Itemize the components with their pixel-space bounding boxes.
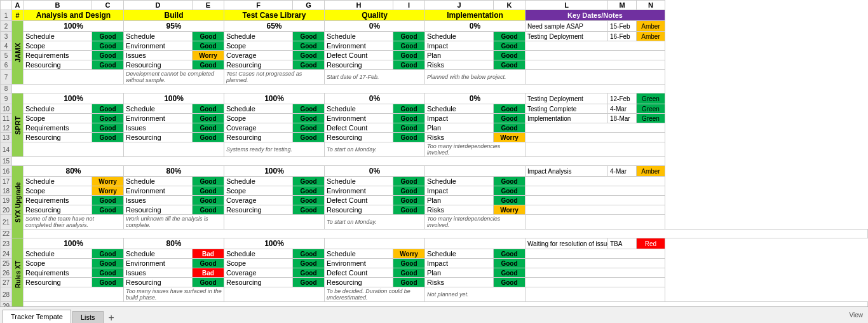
rules-test-scope-label: Scope [224, 259, 293, 268]
jamx-test-note: Test Cases not progressed as planned. [224, 70, 325, 85]
syx-test-resourcing-status: Good [293, 205, 325, 215]
sprt-build-env-status: Good [193, 114, 224, 123]
syx-build-issues-label: Issues [124, 196, 193, 205]
jamx-build-resourcing-label: Resourcing [124, 60, 193, 70]
sprt-impl-schedule-label: Schedule [425, 104, 494, 114]
syx-build-schedule-label: Schedule [124, 177, 193, 186]
jamx-analysis-pct: 100% [24, 21, 124, 32]
sprt-quality-env-label: Environment [325, 114, 393, 123]
row-25-rules: 25 Scope Good Environment Good Scope Goo… [1, 259, 868, 268]
sprt-build-resourcing-status: Good [193, 133, 224, 142]
jamx-test-scope-label: Scope [224, 41, 293, 51]
syx-analysis-scope-status: Worry [92, 186, 124, 196]
jamx-test-coverage-label: Coverage [224, 51, 293, 60]
syx-impl-schedule-label: Schedule [425, 177, 494, 186]
hash-cell: # [12, 10, 24, 21]
syx-impl-risks-status: Worry [494, 205, 526, 215]
tab-tracker-tempate[interactable]: Tracker Tempate [3, 310, 71, 324]
sprt-key2: Testing Complete [526, 104, 608, 114]
syx-test-coverage-status: Good [293, 196, 325, 205]
syx-test-schedule-label: Schedule [224, 177, 293, 186]
spreadsheet-container: A B C D E F G H I J K L M N [0, 0, 868, 323]
sprt-analysis-schedule-status: Good [92, 104, 124, 114]
rules-impl-risks-status: Good [494, 278, 526, 287]
syx-empty2 [526, 186, 665, 196]
row-14-sprt-notes: 14 Systems ready for testing. To start o… [1, 142, 868, 157]
rownum-27: 27 [1, 278, 12, 287]
tab-add-button[interactable]: + [105, 312, 118, 324]
sprt-status3: Green [637, 114, 665, 123]
rules-test-scope-status: Good [293, 259, 325, 268]
sprt-impl-risks-label: Risks [425, 133, 494, 142]
jamx-impl-risks-status: Good [494, 60, 526, 70]
rownum-13: 13 [1, 133, 12, 142]
rownum-3: 3 [1, 32, 12, 41]
syx-quality-defect-label: Defect Count [325, 196, 393, 205]
jamx-quality-pct: 0% [325, 21, 425, 32]
sprt-status2: Green [637, 104, 665, 114]
tab-lists[interactable]: Lists [72, 311, 104, 324]
syx-impl-plan-label: Plan [425, 196, 494, 205]
syx-quality-resourcing-status: Good [393, 205, 425, 215]
row-17-syx: 17 Schedule Worry Schedule Good Schedule… [1, 177, 868, 186]
syx-status1: Amber [637, 166, 665, 177]
syx-impl-impact-label: Impact [425, 186, 494, 196]
rules-test-resourcing-status: Good [293, 278, 325, 287]
syx-build-issues-status: Good [193, 196, 224, 205]
col-d-header: D [124, 1, 193, 10]
rules-analysis-resourcing-status: Good [92, 278, 124, 287]
jamx-impl-note: Planned with the below project. [425, 70, 526, 85]
rules-test-schedule-status: Good [293, 249, 325, 259]
sprt-analysis-scope-label: Scope [24, 114, 92, 123]
syx-analysis-note: Some of the team have not completed thei… [24, 215, 124, 230]
sprt-build-pct: 100% [124, 93, 224, 104]
syx-build-pct: 80% [124, 166, 224, 177]
syx-analysis-schedule-label: Schedule [24, 177, 92, 186]
rownum-2: 2 [1, 21, 12, 32]
jamx-build-pct: 95% [124, 21, 224, 32]
rules-quality-resourcing-status: Good [393, 278, 425, 287]
sprt-build-issues-label: Issues [124, 123, 193, 133]
sprt-build-env-label: Environment [124, 114, 193, 123]
sprt-analysis-schedule-label: Schedule [24, 104, 92, 114]
rules-date1: TBA [608, 238, 637, 249]
sprt-analysis-resourcing-label: Resourcing [24, 133, 92, 142]
jamx-empty1 [526, 41, 665, 51]
row-6-jamx: 6 Resourcing Good Resourcing Good Resour… [1, 60, 868, 70]
jamx-build-issues-label: Issues [124, 51, 193, 60]
syx-analysis-schedule-status: Worry [92, 177, 124, 186]
rownum-16: 16 [1, 166, 12, 177]
syx-analysis-req-status: Good [92, 196, 124, 205]
jamx-build-note: Development cannot be completed without … [124, 70, 224, 85]
col-k-header: K [494, 1, 526, 10]
sprt-quality-env-status: Good [393, 114, 425, 123]
row-16-syx-pct: 16 SYX Upgrade 80% 80% 100% 0% Impact An… [1, 166, 868, 177]
syx-analysis-resourcing-status: Good [92, 205, 124, 215]
row-13-sprt: 13 Resourcing Good Resourcing Good Resou… [1, 133, 868, 142]
sprt-key1: Testing Deployment [526, 93, 608, 104]
rules-analysis-pct: 100% [24, 238, 124, 249]
row-19-syx: 19 Requirements Good Issues Good Coverag… [1, 196, 868, 205]
rownum-28: 28 [1, 287, 12, 302]
col-a-header: A [12, 1, 24, 10]
rules-quality-resourcing-label: Resourcing [325, 278, 393, 287]
table-wrapper: A B C D E F G H I J K L M N [0, 0, 868, 311]
syx-quality-resourcing-label: Resourcing [325, 205, 393, 215]
syx-empty1 [526, 177, 665, 186]
rownum-6: 6 [1, 60, 12, 70]
row-27-rules: 27 Resourcing Good Resourcing Good Resou… [1, 278, 868, 287]
rules-build-resourcing-status: Good [193, 278, 224, 287]
jamx-test-resourcing-status: Good [293, 60, 325, 70]
rules-empty2 [526, 259, 665, 268]
rownum-24: 24 [1, 249, 12, 259]
sep-22 [24, 230, 868, 238]
rules-impl-impact-status: Good [494, 259, 526, 268]
rules-quality-env-status: Good [393, 259, 425, 268]
col-m-header: M [608, 1, 637, 10]
row-5-jamx: 5 Requirements Good Issues Worry Coverag… [1, 51, 868, 60]
row-24-rules: 24 Schedule Good Schedule Bad Schedule G… [1, 249, 868, 259]
syx-build-resourcing-status: Good [193, 205, 224, 215]
rownum-10: 10 [1, 104, 12, 114]
jamx-impl-impact-label: Impact [425, 41, 494, 51]
build-header: Build [124, 10, 224, 21]
